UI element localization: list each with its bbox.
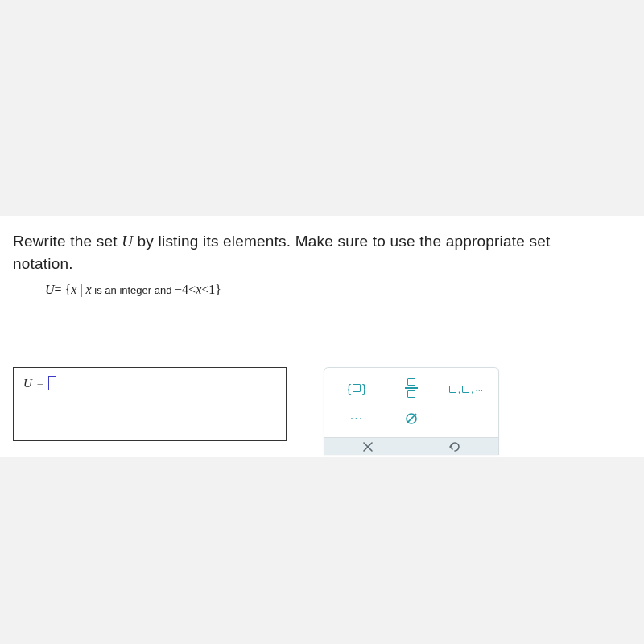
palette-clear-button[interactable]: [333, 438, 402, 455]
answer-eq: =: [37, 377, 43, 390]
palette-empty-set-button[interactable]: [387, 407, 436, 431]
set-def-bar: |: [76, 283, 85, 296]
prompt-text: Rewrite the set: [13, 233, 122, 250]
set-def-lt: <: [188, 283, 196, 296]
answer-expression: U =: [23, 376, 276, 390]
palette-set-braces-button[interactable]: {}: [332, 376, 381, 400]
set-def-x: x: [86, 283, 92, 296]
set-def-text: is an integer and: [92, 284, 175, 296]
ellipsis-icon: ···: [350, 411, 363, 426]
work-row: U = {} ,,…: [13, 367, 499, 455]
set-def-lo: −4: [175, 283, 188, 296]
answer-lhs: U: [23, 377, 32, 390]
palette-undo-button[interactable]: [420, 438, 489, 455]
set-definition: U= {x | x is an integer and −4<x<1}: [45, 283, 631, 297]
fraction-icon: [405, 378, 418, 398]
sequence-icon: ,,…: [449, 383, 484, 393]
set-braces-icon: {}: [347, 382, 366, 395]
set-def-U: U: [45, 283, 55, 296]
lower-mask: [0, 457, 644, 644]
undo-icon: [448, 441, 461, 452]
palette-footer: [324, 437, 498, 455]
set-def-lt: <: [201, 283, 208, 296]
prompt-text: notation.: [13, 255, 73, 272]
answer-box[interactable]: U =: [13, 367, 287, 441]
palette-ellipsis-button[interactable]: ···: [332, 407, 381, 431]
question-panel: Rewrite the set U by listing its element…: [0, 216, 644, 457]
close-icon: [362, 441, 374, 452]
palette-fraction-button[interactable]: [387, 376, 436, 400]
empty-set-icon: [404, 411, 419, 426]
question-prompt: Rewrite the set U by listing its element…: [13, 230, 631, 275]
prompt-text: by listing its elements. Make sure to us…: [133, 233, 550, 250]
prompt-variable: U: [122, 233, 133, 250]
set-def-eq: =: [55, 283, 62, 296]
palette-spacer: [442, 407, 490, 431]
symbol-palette: {} ,,… ···: [324, 367, 499, 455]
set-def-rbrace: }: [215, 283, 221, 296]
palette-grid: {} ,,… ···: [332, 376, 490, 431]
palette-sequence-button[interactable]: ,,…: [442, 376, 490, 400]
answer-input-slot[interactable]: [48, 376, 56, 390]
